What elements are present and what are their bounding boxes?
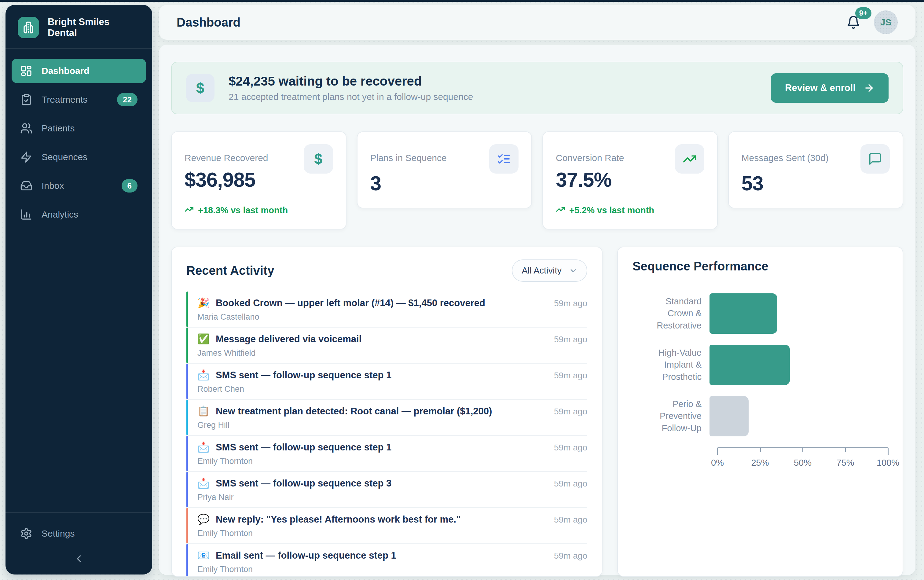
sidebar-item-settings[interactable]: Settings (12, 521, 146, 546)
review-enroll-label: Review & enroll (785, 82, 856, 94)
sidebar-collapse-button[interactable] (5, 548, 152, 575)
avatar[interactable]: JS (874, 10, 898, 34)
chart-category-label: StandardCrown &Restorative (632, 295, 710, 331)
clinic-building-icon (18, 17, 39, 38)
activity-timestamp: 59m ago (554, 298, 587, 308)
activity-emoji-icon: 📩 (198, 441, 209, 453)
gear-icon (20, 527, 32, 540)
stat-value: 3 (371, 172, 519, 195)
recent-activity-panel: Recent Activity All Activity 🎉Booked Cro… (171, 247, 603, 577)
notifications-button[interactable]: 9+ (847, 15, 860, 29)
sidebar-item-label: Dashboard (41, 66, 89, 76)
sidebar-item-sequences[interactable]: Sequences (12, 145, 146, 169)
activity-emoji-icon: 🎉 (198, 297, 209, 309)
trend-up-icon (184, 205, 194, 216)
chart-bar (710, 345, 790, 385)
activity-patient-name: Greg Hill (198, 420, 587, 430)
activity-patient-name: Emily Thornton (198, 529, 587, 538)
recovery-banner: $ $24,235 waiting to be recovered 21 acc… (171, 62, 903, 114)
activity-filter-dropdown[interactable]: All Activity (512, 259, 587, 282)
notifications-count-badge: 9+ (855, 7, 871, 19)
sidebar-item-treatments[interactable]: Treatments22 (12, 87, 146, 112)
dollar-icon: $ (186, 74, 214, 102)
sequences-icon (20, 151, 32, 163)
count-badge: 22 (117, 93, 137, 106)
activity-emoji-icon: 📋 (198, 405, 209, 417)
activity-item[interactable]: 📋New treatment plan detected: Root canal… (186, 400, 587, 436)
sidebar-item-patients[interactable]: Patients (12, 116, 146, 140)
activity-text: SMS sent — follow-up sequence step 3 (216, 478, 554, 489)
activity-text: Message delivered via voicemail (216, 334, 554, 344)
dashboard-icon (20, 65, 32, 77)
sidebar: Bright Smiles Dental DashboardTreatments… (5, 5, 152, 575)
activity-item[interactable]: 📩SMS sent — follow-up sequence step 359m… (186, 472, 587, 508)
chart-bar (710, 396, 749, 437)
axis-tick (802, 448, 803, 452)
activity-item[interactable]: 📩SMS sent — follow-up sequence step 159m… (186, 364, 587, 400)
axis-tick (760, 448, 761, 452)
stat-trend: +5.2% vs last month (556, 205, 704, 216)
activity-patient-name: Priya Nair (198, 493, 587, 502)
sidebar-item-label: Patients (41, 123, 74, 133)
sidebar-item-label: Sequences (41, 152, 87, 162)
sidebar-item-analytics[interactable]: Analytics (12, 202, 146, 227)
analytics-icon (20, 208, 32, 221)
chart-bar (710, 293, 777, 334)
trend-up-icon (675, 144, 704, 173)
activity-text: SMS sent — follow-up sequence step 1 (216, 442, 554, 453)
stat-card-conversion-rate: Conversion Rate37.5%+5.2% vs last month (542, 132, 718, 229)
activity-item[interactable]: ✅Message delivered via voicemail59m agoJ… (186, 328, 587, 364)
count-badge: 6 (122, 179, 137, 193)
chart-bar-row: High-ValueImplant &Prosthetic (632, 345, 888, 385)
axis-tick (888, 448, 889, 455)
sidebar-nav: DashboardTreatments22PatientsSequencesIn… (5, 49, 152, 227)
stat-card-messages-sent-30d: Messages Sent (30d)53 (728, 132, 904, 208)
sidebar-footer: Settings (5, 513, 152, 548)
chart-category-label: High-ValueImplant &Prosthetic (632, 347, 710, 382)
stat-label: Revenue Recovered (184, 144, 268, 163)
chevron-left-icon (73, 553, 84, 564)
activity-emoji-icon: 📧 (198, 549, 209, 561)
axis-tick-label: 0% (711, 458, 724, 468)
stat-value: 53 (741, 172, 890, 195)
activity-item[interactable]: 📧Email sent — follow-up sequence step 15… (186, 544, 587, 577)
activity-timestamp: 59m ago (554, 443, 587, 453)
banner-subtitle: 21 accepted treatment plans not yet in a… (229, 92, 473, 102)
header: Dashboard 9+ JS (159, 5, 916, 40)
brand: Bright Smiles Dental (5, 5, 152, 48)
sidebar-item-dashboard[interactable]: Dashboard (12, 59, 146, 83)
activity-patient-name: Emily Thornton (198, 456, 587, 466)
activity-item[interactable]: 📩SMS sent — follow-up sequence step 159m… (186, 436, 587, 472)
axis-tick-label: 75% (836, 458, 854, 468)
checklist-icon (489, 144, 519, 173)
sidebar-item-label: Analytics (41, 209, 78, 220)
patients-icon (20, 122, 32, 135)
sequence-performance-chart: StandardCrown &RestorativeHigh-ValueImpl… (632, 293, 888, 437)
sidebar-item-label: Settings (41, 528, 74, 539)
treatments-icon (20, 94, 32, 106)
activity-emoji-icon: 📩 (198, 477, 209, 489)
activity-emoji-icon: ✅ (198, 333, 209, 345)
sidebar-item-inbox[interactable]: Inbox6 (12, 173, 146, 198)
activity-timestamp: 59m ago (554, 551, 587, 561)
activity-patient-name: James Whitfield (198, 348, 587, 358)
axis-tick-label: 100% (877, 458, 899, 468)
activity-item[interactable]: 🎉Booked Crown — upper left molar (#14) —… (186, 292, 587, 328)
stat-cards-row: Revenue Recovered$$36,985+18.3% vs last … (171, 132, 903, 229)
page-title: Dashboard (176, 16, 240, 29)
activity-list: 🎉Booked Crown — upper left molar (#14) —… (186, 292, 587, 577)
dashboard-content: $ $24,235 waiting to be recovered 21 acc… (159, 44, 916, 575)
axis-tick (717, 448, 718, 455)
sequence-performance-panel: Sequence Performance StandardCrown &Rest… (617, 247, 903, 577)
activity-text: Booked Crown — upper left molar (#14) — … (216, 298, 554, 308)
stat-card-plans-in-sequence: Plans in Sequence3 (357, 132, 532, 208)
activity-text: Email sent — follow-up sequence step 1 (216, 550, 554, 561)
activity-timestamp: 59m ago (554, 334, 587, 344)
chevron-down-icon (569, 267, 578, 275)
activity-timestamp: 59m ago (554, 407, 587, 417)
review-enroll-button[interactable]: Review & enroll (771, 73, 889, 103)
activity-item[interactable]: 💬New reply: "Yes please! Afternoons work… (186, 508, 587, 544)
activity-filter-value: All Activity (522, 265, 562, 276)
chart-category-label: Perio &PreventiveFollow-Up (632, 398, 710, 434)
recent-activity-title: Recent Activity (186, 264, 274, 277)
